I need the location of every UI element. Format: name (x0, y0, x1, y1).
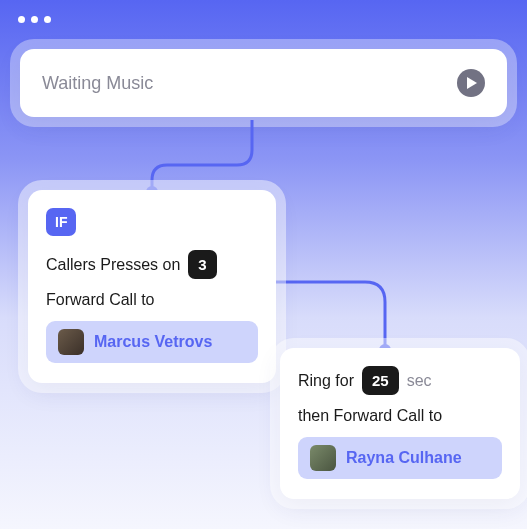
person-name: Rayna Culhane (346, 449, 462, 467)
play-icon (466, 77, 478, 89)
connector-line (270, 270, 410, 360)
ring-prefix: Ring for (298, 372, 354, 390)
person-chip-marcus[interactable]: Marcus Vetrovs (46, 321, 258, 363)
if-condition-card[interactable]: IF Callers Presses on 3 Forward Call to … (28, 190, 276, 383)
waiting-music-card[interactable]: Waiting Music (20, 49, 507, 117)
forward-label: then Forward Call to (298, 407, 502, 425)
avatar (310, 445, 336, 471)
connector-line (152, 120, 272, 200)
window-dot (44, 16, 51, 23)
key-badge: 3 (188, 250, 216, 279)
person-chip-rayna[interactable]: Rayna Culhane (298, 437, 502, 479)
window-dot (18, 16, 25, 23)
condition-text: Callers Presses on (46, 256, 180, 274)
play-button[interactable] (457, 69, 485, 97)
ring-value-badge: 25 (362, 366, 399, 395)
condition-line: Callers Presses on 3 (46, 250, 258, 279)
person-name: Marcus Vetrovs (94, 333, 212, 351)
window-dot (31, 16, 38, 23)
forward-label: Forward Call to (46, 291, 258, 309)
ring-action-card[interactable]: Ring for 25 sec then Forward Call to Ray… (280, 348, 520, 499)
if-badge: IF (46, 208, 76, 236)
sec-label: sec (407, 372, 432, 390)
window-title-bar (0, 0, 527, 31)
waiting-music-label: Waiting Music (42, 73, 153, 94)
ring-line: Ring for 25 sec (298, 366, 502, 395)
avatar (58, 329, 84, 355)
